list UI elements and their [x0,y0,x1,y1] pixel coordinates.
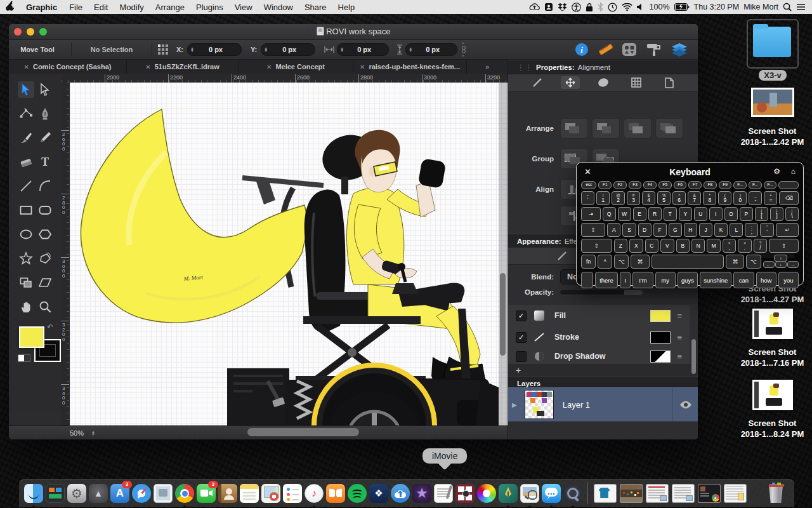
vertical-scroll-thumb[interactable] [500,273,506,356]
swap-colors-icon[interactable]: ↶ [47,323,53,331]
folder-label[interactable]: X3-v [759,70,786,81]
cloud-upload-icon[interactable] [529,3,540,11]
key-^[interactable]: ^ [598,255,612,269]
tool-direct[interactable] [37,81,53,98]
menu-item-view[interactable]: View [229,3,258,12]
horizontal-scroll-thumb[interactable] [247,428,359,436]
dock-item-messages[interactable]: ••• [542,484,561,503]
tool-pencil[interactable] [37,130,53,146]
dock-item-ibooks[interactable] [326,484,345,503]
key-F9[interactable]: F9 [719,181,732,189]
menu-user[interactable]: Mike Mort [743,3,778,11]
key-O[interactable]: O [724,207,738,221]
tab-melee-concept[interactable]: ✕Melee Concept [239,60,353,74]
dock-item-contacts[interactable] [218,484,237,503]
dock-item-app-store[interactable]: A3 [110,484,129,503]
layer-disclosure-triangle[interactable]: ▶ [508,401,521,408]
menu-item-window[interactable]: Window [258,3,299,12]
key-E[interactable]: E [633,207,646,221]
key-R[interactable]: R [648,207,662,221]
keyboard-settings-icon[interactable]: ⚙ [773,167,780,176]
key-F6[interactable]: F6 [674,181,687,189]
key-F...[interactable]: F... [749,181,762,189]
spotlight-search-icon[interactable] [783,3,792,11]
key-1[interactable]: !1 [596,191,610,205]
dock-item-reminders[interactable] [283,484,302,503]
key-arrow[interactable]: ← [763,261,775,268]
dock-item-notes[interactable] [240,484,259,503]
desktop-shot-242pm[interactable]: Screen Shot 2018-1...2.42 PM [733,88,812,147]
tab-grid-settings[interactable] [627,76,646,89]
key-F5[interactable]: F5 [658,181,672,189]
key-7[interactable]: &7 [688,191,701,205]
key-⌥[interactable]: ⌥ [614,255,629,269]
dock-item-window-crowd[interactable] [620,484,643,503]
key-P[interactable]: P [740,207,753,221]
drop-shadow-swatch[interactable] [650,351,671,363]
menu-clock[interactable]: Thu 3:20 PM [694,3,740,11]
dropbox-menu-icon[interactable] [558,3,567,11]
menu-item-modify[interactable]: Modify [114,3,149,12]
key-N[interactable]: N [691,239,705,253]
key-J[interactable]: J [699,223,712,237]
key-↵[interactable]: ↵ [776,223,799,237]
wifi-icon[interactable] [622,3,632,11]
properties-header[interactable]: ⋮⋮ Properties:Alignment [508,60,698,74]
y-position-field[interactable]: ▲▼0 px [261,43,315,56]
zoom-level-control[interactable]: 50% ▲▼ [70,429,98,437]
tab-stroke-style[interactable] [528,76,547,89]
layer-name[interactable]: Layer 1 [563,400,590,410]
key-⌘[interactable]: ⌘ [631,255,649,269]
tool-node[interactable] [18,105,34,122]
key-blank[interactable] [778,181,799,189]
key-L[interactable]: L [730,223,743,237]
dock-item-spotify[interactable] [348,484,367,503]
style-roller-button[interactable] [646,43,662,57]
key-⇧[interactable]: ⇧ [769,239,799,253]
dock-item-window-tshirt[interactable] [594,484,617,503]
key-F8[interactable]: F8 [704,181,717,189]
key-D[interactable]: D [638,223,652,237]
layer-visibility-toggle[interactable] [672,388,698,421]
send-to-back-button[interactable] [560,118,588,138]
suggestion-you[interactable]: you [778,272,799,288]
suggestion-there[interactable]: there [595,272,619,288]
suggestion-guys[interactable]: guys [678,272,698,288]
window-title-bar[interactable]: ROVI work space [9,24,698,40]
constrain-proportions-icon[interactable] [461,43,466,57]
default-colors-icon[interactable] [18,354,30,362]
dock-item-system-preferences[interactable]: ⚙ [67,484,86,503]
key-Z[interactable]: Z [614,239,627,253]
key-Y[interactable]: Y [679,207,692,221]
key-arrow[interactable]: → [787,261,799,268]
style-row-stroke[interactable]: ✓ Stroke ≡ [508,326,690,349]
dock-item-safari[interactable] [132,484,151,503]
dock-item-launchpad[interactable]: ▲ [89,484,108,503]
dock-item-mail[interactable] [154,484,173,503]
key-F...[interactable]: F... [733,181,747,189]
key-6[interactable]: ^6 [672,191,686,205]
lock-icon[interactable] [586,3,593,12]
dock-item-window-sheet[interactable] [724,484,747,503]
appearance-scrollbar[interactable] [691,339,696,374]
canvas-vertical-scrollbar[interactable] [499,83,507,425]
bring-forward-button[interactable] [624,118,652,138]
notification-center-icon[interactable] [796,3,806,11]
key-F1[interactable]: F1 [598,181,612,189]
key-\[interactable]: |\ [785,207,799,221]
info-button[interactable]: i [575,43,589,57]
style-row-drop-shadow[interactable]: Drop Shadow ≡ [508,348,690,365]
dock-item-maps[interactable] [261,484,280,503]
stroke-color-swatch[interactable] [650,331,671,344]
key-⌫[interactable]: ⌫ [779,191,799,205]
tab-alignment[interactable] [561,76,580,89]
tool-shear[interactable] [37,274,53,291]
tool-combine[interactable] [18,274,34,291]
bring-to-front-button[interactable] [655,118,683,138]
key-4[interactable]: $4 [642,191,655,205]
key-Q[interactable]: Q [603,207,616,221]
dock-item-trash[interactable] [766,484,785,503]
tab-document-settings[interactable] [660,76,679,89]
add-style-button[interactable]: + [508,364,697,377]
dock-item-cloud-upload[interactable] [391,484,410,503]
